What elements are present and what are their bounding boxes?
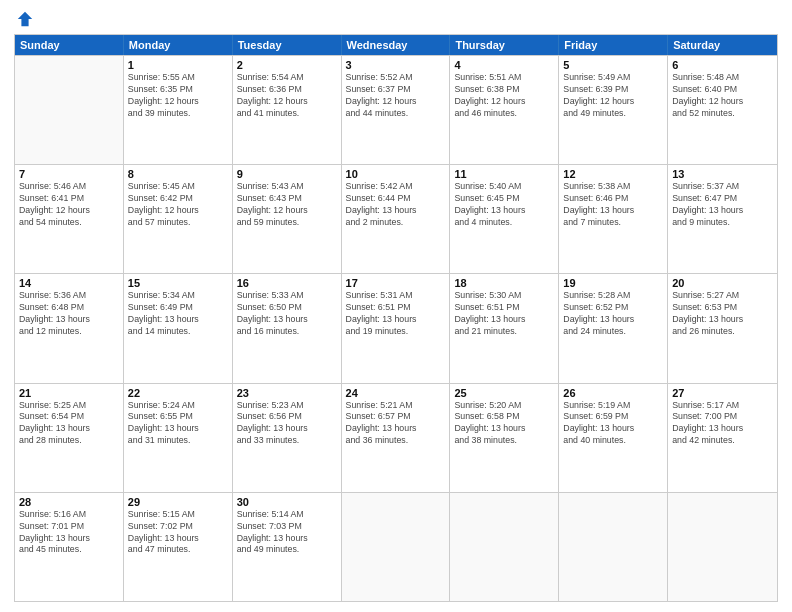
daylight-line2: and 21 minutes.	[454, 326, 554, 338]
sunrise-text: Sunrise: 5:42 AM	[346, 181, 446, 193]
daylight-line1: Daylight: 13 hours	[454, 314, 554, 326]
daylight-line2: and 57 minutes.	[128, 217, 228, 229]
day-number: 21	[19, 387, 119, 399]
sunrise-text: Sunrise: 5:19 AM	[563, 400, 663, 412]
sunrise-text: Sunrise: 5:36 AM	[19, 290, 119, 302]
daylight-line1: Daylight: 12 hours	[237, 205, 337, 217]
sunset-text: Sunset: 6:55 PM	[128, 411, 228, 423]
sunset-text: Sunset: 6:46 PM	[563, 193, 663, 205]
calendar-cell	[15, 56, 124, 164]
daylight-line1: Daylight: 13 hours	[454, 423, 554, 435]
daylight-line2: and 47 minutes.	[128, 544, 228, 556]
calendar-cell: 20Sunrise: 5:27 AMSunset: 6:53 PMDayligh…	[668, 274, 777, 382]
sunrise-text: Sunrise: 5:34 AM	[128, 290, 228, 302]
calendar-cell: 28Sunrise: 5:16 AMSunset: 7:01 PMDayligh…	[15, 493, 124, 601]
daylight-line2: and 39 minutes.	[128, 108, 228, 120]
calendar-week-row: 14Sunrise: 5:36 AMSunset: 6:48 PMDayligh…	[15, 273, 777, 382]
daylight-line1: Daylight: 12 hours	[346, 96, 446, 108]
sunrise-text: Sunrise: 5:52 AM	[346, 72, 446, 84]
sunrise-text: Sunrise: 5:33 AM	[237, 290, 337, 302]
daylight-line2: and 2 minutes.	[346, 217, 446, 229]
daylight-line1: Daylight: 12 hours	[454, 96, 554, 108]
calendar-cell: 10Sunrise: 5:42 AMSunset: 6:44 PMDayligh…	[342, 165, 451, 273]
page: SundayMondayTuesdayWednesdayThursdayFrid…	[0, 0, 792, 612]
sunrise-text: Sunrise: 5:16 AM	[19, 509, 119, 521]
calendar-header-cell: Sunday	[15, 35, 124, 55]
daylight-line2: and 14 minutes.	[128, 326, 228, 338]
daylight-line1: Daylight: 13 hours	[346, 205, 446, 217]
calendar-cell: 5Sunrise: 5:49 AMSunset: 6:39 PMDaylight…	[559, 56, 668, 164]
sunset-text: Sunset: 6:41 PM	[19, 193, 119, 205]
daylight-line2: and 33 minutes.	[237, 435, 337, 447]
calendar-cell	[450, 493, 559, 601]
calendar-cell: 7Sunrise: 5:46 AMSunset: 6:41 PMDaylight…	[15, 165, 124, 273]
sunrise-text: Sunrise: 5:27 AM	[672, 290, 773, 302]
sunset-text: Sunset: 6:57 PM	[346, 411, 446, 423]
calendar-week-row: 28Sunrise: 5:16 AMSunset: 7:01 PMDayligh…	[15, 492, 777, 601]
daylight-line1: Daylight: 13 hours	[346, 423, 446, 435]
calendar-cell	[559, 493, 668, 601]
day-number: 29	[128, 496, 228, 508]
daylight-line2: and 40 minutes.	[563, 435, 663, 447]
daylight-line1: Daylight: 13 hours	[237, 423, 337, 435]
calendar-cell: 17Sunrise: 5:31 AMSunset: 6:51 PMDayligh…	[342, 274, 451, 382]
day-number: 6	[672, 59, 773, 71]
daylight-line2: and 24 minutes.	[563, 326, 663, 338]
sunset-text: Sunset: 6:39 PM	[563, 84, 663, 96]
calendar-header-cell: Monday	[124, 35, 233, 55]
daylight-line1: Daylight: 13 hours	[563, 314, 663, 326]
calendar: SundayMondayTuesdayWednesdayThursdayFrid…	[14, 34, 778, 602]
sunset-text: Sunset: 6:52 PM	[563, 302, 663, 314]
sunrise-text: Sunrise: 5:15 AM	[128, 509, 228, 521]
calendar-cell: 15Sunrise: 5:34 AMSunset: 6:49 PMDayligh…	[124, 274, 233, 382]
calendar-cell: 3Sunrise: 5:52 AMSunset: 6:37 PMDaylight…	[342, 56, 451, 164]
sunrise-text: Sunrise: 5:48 AM	[672, 72, 773, 84]
day-number: 20	[672, 277, 773, 289]
calendar-cell: 22Sunrise: 5:24 AMSunset: 6:55 PMDayligh…	[124, 384, 233, 492]
day-number: 7	[19, 168, 119, 180]
sunset-text: Sunset: 7:00 PM	[672, 411, 773, 423]
calendar-cell: 12Sunrise: 5:38 AMSunset: 6:46 PMDayligh…	[559, 165, 668, 273]
calendar-cell: 8Sunrise: 5:45 AMSunset: 6:42 PMDaylight…	[124, 165, 233, 273]
sunrise-text: Sunrise: 5:38 AM	[563, 181, 663, 193]
sunrise-text: Sunrise: 5:14 AM	[237, 509, 337, 521]
calendar-header-row: SundayMondayTuesdayWednesdayThursdayFrid…	[15, 35, 777, 55]
day-number: 27	[672, 387, 773, 399]
daylight-line1: Daylight: 13 hours	[672, 205, 773, 217]
sunset-text: Sunset: 6:58 PM	[454, 411, 554, 423]
logo-icon	[16, 10, 34, 28]
day-number: 8	[128, 168, 228, 180]
daylight-line1: Daylight: 13 hours	[563, 205, 663, 217]
daylight-line2: and 36 minutes.	[346, 435, 446, 447]
calendar-header-cell: Saturday	[668, 35, 777, 55]
sunrise-text: Sunrise: 5:17 AM	[672, 400, 773, 412]
day-number: 9	[237, 168, 337, 180]
day-number: 25	[454, 387, 554, 399]
calendar-cell: 25Sunrise: 5:20 AMSunset: 6:58 PMDayligh…	[450, 384, 559, 492]
calendar-cell: 23Sunrise: 5:23 AMSunset: 6:56 PMDayligh…	[233, 384, 342, 492]
calendar-header-cell: Tuesday	[233, 35, 342, 55]
sunset-text: Sunset: 6:37 PM	[346, 84, 446, 96]
sunset-text: Sunset: 6:51 PM	[346, 302, 446, 314]
calendar-cell: 11Sunrise: 5:40 AMSunset: 6:45 PMDayligh…	[450, 165, 559, 273]
daylight-line2: and 12 minutes.	[19, 326, 119, 338]
daylight-line2: and 46 minutes.	[454, 108, 554, 120]
daylight-line1: Daylight: 13 hours	[128, 533, 228, 545]
calendar-week-row: 1Sunrise: 5:55 AMSunset: 6:35 PMDaylight…	[15, 55, 777, 164]
day-number: 26	[563, 387, 663, 399]
day-number: 19	[563, 277, 663, 289]
day-number: 11	[454, 168, 554, 180]
sunset-text: Sunset: 6:42 PM	[128, 193, 228, 205]
sunrise-text: Sunrise: 5:45 AM	[128, 181, 228, 193]
day-number: 16	[237, 277, 337, 289]
sunrise-text: Sunrise: 5:55 AM	[128, 72, 228, 84]
day-number: 30	[237, 496, 337, 508]
daylight-line2: and 49 minutes.	[237, 544, 337, 556]
daylight-line1: Daylight: 12 hours	[19, 205, 119, 217]
sunset-text: Sunset: 6:51 PM	[454, 302, 554, 314]
daylight-line1: Daylight: 13 hours	[128, 423, 228, 435]
daylight-line1: Daylight: 12 hours	[128, 96, 228, 108]
daylight-line2: and 19 minutes.	[346, 326, 446, 338]
sunset-text: Sunset: 6:59 PM	[563, 411, 663, 423]
sunset-text: Sunset: 7:01 PM	[19, 521, 119, 533]
